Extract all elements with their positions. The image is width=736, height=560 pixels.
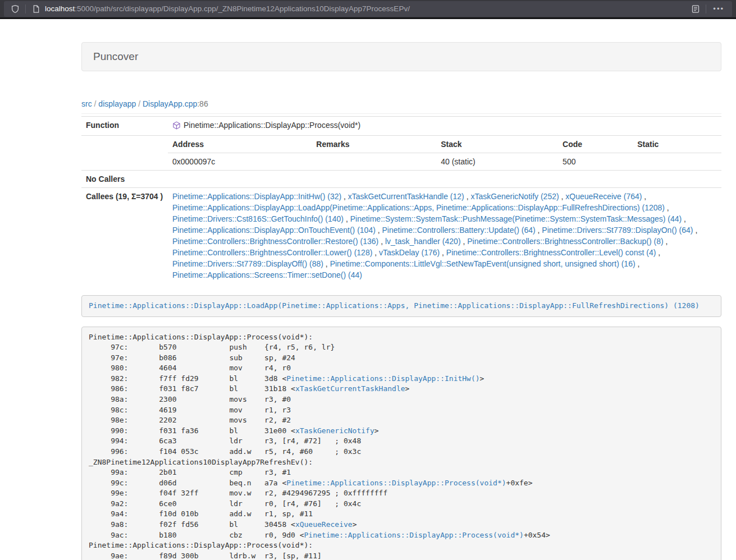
function-row: Function Pinetime::Applications::Display… (81, 117, 721, 136)
stats-row: Address Remarks Stack Code Static 0x0000… (81, 136, 721, 171)
stats-data-row: 0x0000097c 40 (static) 500 (168, 153, 721, 171)
callee-link[interactable]: lv_task_handler (420) (385, 237, 461, 246)
callee-separator: , (378, 237, 385, 246)
callee-link[interactable]: Pinetime::Applications::DisplayApp::Init… (172, 192, 341, 201)
callee-separator: , (440, 248, 446, 257)
callee-link[interactable]: xQueueReceive (764) (565, 192, 642, 201)
callee-link[interactable]: Pinetime::Controllers::BrightnessControl… (172, 237, 378, 246)
breadcrumb-link[interactable]: src (81, 99, 92, 108)
code-cell: 500 (558, 153, 633, 171)
symbol-stats-table: Address Remarks Stack Code Static 0x0000… (168, 136, 721, 170)
disasm-symbol-link[interactable]: xQueueReceive (295, 520, 353, 529)
breadcrumb-link[interactable]: DisplayApp.cpp (143, 99, 197, 108)
column-header-static: Static (633, 136, 721, 153)
callee-link[interactable]: xTaskGetCurrentTaskHandle (12) (348, 192, 464, 201)
breadcrumb: src / displayapp / DisplayApp.cpp:86 (81, 99, 721, 108)
address-cell: 0x0000097c (168, 153, 312, 171)
function-name: Pinetime::Applications::DisplayApp::Proc… (184, 121, 360, 130)
url-bar[interactable]: localhost:5000/path/src/displayapp/Displ… (4, 1, 732, 17)
page-info-icon[interactable] (30, 3, 42, 15)
reader-mode-icon[interactable] (690, 3, 701, 15)
callee-separator: , (464, 192, 471, 201)
callee-link[interactable]: Pinetime::Drivers::Cst816S::GetTouchInfo… (172, 214, 344, 223)
callee-separator: , (693, 226, 698, 235)
callee-link[interactable]: Pinetime::Drivers::St7789::DisplayOff() … (172, 259, 323, 268)
symbol-table: Function Pinetime::Applications::Display… (81, 116, 721, 283)
column-header-address: Address (168, 136, 312, 153)
urlbar-divider (706, 4, 706, 13)
no-callers-label: No Callers (81, 171, 168, 188)
function-row-label: Function (81, 117, 168, 136)
loadapp-link[interactable]: Pinetime::Applications::DisplayApp::Load… (89, 301, 700, 310)
app-title-panel: Puncover (81, 42, 721, 71)
page-actions-menu-icon[interactable]: ••• (711, 4, 726, 13)
callee-link[interactable]: Pinetime::Controllers::BrightnessControl… (467, 237, 663, 246)
loadapp-snippet-block: Pinetime::Applications::DisplayApp::Load… (81, 295, 721, 317)
breadcrumb-separator: / (136, 99, 143, 108)
callee-separator: , (341, 192, 348, 201)
callee-link[interactable]: Pinetime::System::SystemTask::PushMessag… (350, 214, 682, 223)
callee-link[interactable]: Pinetime::Applications::DisplayApp::OnTo… (172, 226, 376, 235)
symbol-cube-icon (172, 121, 181, 132)
urlbar-divider (25, 4, 26, 13)
disasm-symbol-link[interactable]: Pinetime::Applications::DisplayApp::Proc… (304, 531, 524, 539)
callee-separator: , (682, 214, 686, 223)
callee-separator: , (461, 237, 468, 246)
callee-separator: , (636, 259, 640, 268)
callee-link[interactable]: Pinetime::Components::LittleVgl::SetNewT… (330, 259, 636, 268)
url-text[interactable]: localhost:5000/path/src/displayapp/Displ… (45, 4, 690, 13)
breadcrumb-line-number: :86 (197, 99, 208, 108)
shield-icon[interactable] (10, 3, 21, 15)
callee-separator: , (665, 203, 669, 212)
app-title: Puncover (93, 51, 138, 62)
url-host: localhost (45, 4, 75, 13)
callee-link[interactable]: Pinetime::Applications::DisplayApp::Load… (172, 203, 665, 212)
callee-link[interactable]: xTaskGenericNotify (252) (470, 192, 559, 201)
disasm-symbol-link[interactable]: Pinetime::Applications::DisplayApp::Init… (286, 374, 479, 383)
callee-link[interactable]: Pinetime::Controllers::BrightnessControl… (172, 248, 372, 257)
page-container: Puncover src / displayapp / DisplayApp.c… (81, 42, 721, 560)
stack-cell: 40 (static) (436, 153, 558, 171)
callee-separator: , (372, 248, 379, 257)
disasm-symbol-link[interactable]: xTaskGetCurrentTaskHandle (295, 384, 405, 393)
callee-link[interactable]: vTaskDelay (176) (379, 248, 440, 257)
breadcrumb-link[interactable]: displayapp (98, 99, 136, 108)
callee-separator: , (656, 248, 660, 257)
divider (81, 113, 721, 114)
column-header-stack: Stack (436, 136, 558, 153)
callee-separator: , (376, 226, 382, 235)
callee-link[interactable]: Pinetime::Applications::Screens::Timer::… (172, 270, 362, 279)
browser-toolbar: localhost:5000/path/src/displayapp/Displ… (0, 0, 736, 19)
static-cell (633, 153, 721, 171)
remarks-cell (312, 153, 436, 171)
callee-separator: , (664, 237, 668, 246)
callee-separator: , (536, 226, 542, 235)
callee-link[interactable]: Pinetime::Controllers::Battery::Update()… (382, 226, 536, 235)
callee-separator: , (559, 192, 566, 201)
column-header-code: Code (558, 136, 633, 153)
disasm-symbol-link[interactable]: Pinetime::Applications::DisplayApp::Proc… (286, 479, 506, 487)
disasm-symbol-link[interactable]: xTaskGenericNotify (295, 426, 374, 435)
callees-label: Callees (19, Σ=3704 ) (81, 188, 168, 284)
column-header-remarks: Remarks (312, 136, 436, 153)
callees-row: Callees (19, Σ=3704 ) Pinetime::Applicat… (81, 188, 721, 284)
callees-list: Pinetime::Applications::DisplayApp::Init… (168, 188, 721, 284)
callee-link[interactable]: Pinetime::Drivers::St7789::DisplayOn() (… (542, 226, 693, 235)
no-callers-row: No Callers (81, 171, 721, 188)
disassembly-block: Pinetime::Applications::DisplayApp::Proc… (81, 327, 721, 560)
breadcrumb-separator: / (92, 99, 99, 108)
url-path: :5000/path/src/displayapp/DisplayApp.cpp… (75, 4, 410, 13)
callee-separator: , (344, 214, 350, 223)
callee-separator: , (323, 259, 330, 268)
callee-link[interactable]: Pinetime::Controllers::BrightnessControl… (446, 248, 656, 257)
callee-separator: , (642, 192, 646, 201)
